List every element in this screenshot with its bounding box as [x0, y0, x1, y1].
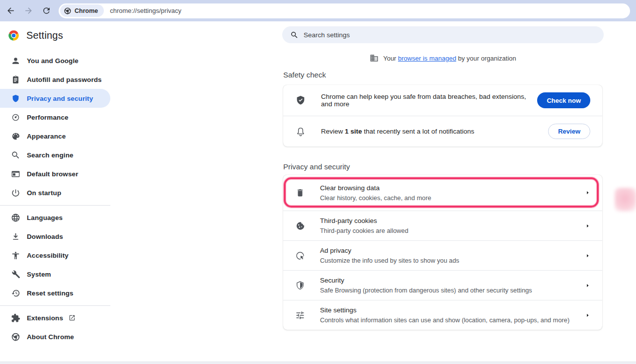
- sidebar-item-label: Languages: [27, 214, 63, 221]
- palette-icon: [11, 132, 20, 141]
- safety-check-text: Chrome can help keep you safe from data …: [321, 93, 537, 108]
- settings-row-subtitle: Clear history, cookies, cache, and more: [320, 194, 431, 202]
- wrench-icon: [11, 270, 20, 279]
- search-input[interactable]: [304, 31, 596, 39]
- chrome-chip[interactable]: Chrome: [60, 4, 104, 17]
- chevron-right-icon: [585, 189, 590, 196]
- sidebar-item-privacy-and-security[interactable]: Privacy and security: [0, 89, 110, 108]
- power-icon: [11, 188, 20, 198]
- globe-icon: [11, 213, 20, 222]
- settings-row-subtitle: Customize the info used by sites to show…: [320, 256, 459, 265]
- settings-row-clear-browsing-data[interactable]: Clear browsing dataClear history, cookie…: [283, 175, 602, 211]
- chevron-right-icon: [585, 252, 590, 259]
- sidebar-divider: [0, 205, 110, 206]
- browser-window-icon: [11, 169, 20, 179]
- settings-row-title: Site settings: [320, 306, 569, 315]
- privacy-heading: Privacy and security: [283, 162, 350, 171]
- sidebar-item-label: Appearance: [27, 133, 66, 140]
- privacy-card: Clear browsing dataClear history, cookie…: [283, 175, 602, 330]
- sidebar-divider: [0, 305, 110, 306]
- sidebar-item-downloads[interactable]: Downloads: [0, 227, 110, 246]
- settings-row-title: Third-party cookies: [320, 217, 408, 225]
- settings-row-title: Security: [320, 276, 532, 285]
- settings-row-third-party-cookies[interactable]: Third-party cookiesThird-party cookies a…: [283, 211, 602, 240]
- sidebar-item-label: You and Google: [27, 57, 79, 65]
- accessibility-icon: [11, 251, 20, 260]
- download-icon: [11, 232, 20, 241]
- organization-icon: [370, 54, 379, 63]
- sidebar-item-reset-settings[interactable]: Reset settings: [0, 284, 110, 302]
- ad-privacy-icon: [295, 251, 305, 261]
- autofill-icon: [11, 75, 20, 84]
- sidebar-menu: You and GoogleAutofill and passwordsPriv…: [0, 49, 110, 346]
- forward-icon: [24, 6, 33, 15]
- forward-button[interactable]: [21, 3, 36, 18]
- sidebar-item-default-browser[interactable]: Default browser: [0, 164, 110, 183]
- shield-check-icon: [295, 95, 306, 106]
- chrome-mono-icon: [11, 332, 20, 342]
- address-bar[interactable]: Chrome chrome://settings/privacy: [59, 3, 630, 18]
- search-icon: [11, 150, 20, 160]
- chip-label: Chrome: [75, 7, 98, 14]
- sidebar-item-system[interactable]: System: [0, 265, 110, 284]
- sidebar-item-label: About Chrome: [27, 333, 74, 341]
- chrome-mono-icon: [64, 7, 72, 15]
- settings-row-security[interactable]: SecuritySafe Browsing (protection from d…: [283, 270, 602, 300]
- managed-notice-text: Your browser is managed by your organiza…: [383, 55, 516, 62]
- sidebar-item-label: Accessibility: [27, 252, 69, 259]
- sidebar-item-extensions[interactable]: Extensions: [0, 308, 110, 327]
- settings-row-subtitle: Third-party cookies are allowed: [320, 226, 408, 235]
- sidebar-item-about-chrome[interactable]: About Chrome: [0, 327, 110, 346]
- safety-check-row: Chrome can help keep you safe from data …: [283, 85, 602, 116]
- reset-icon: [11, 289, 20, 298]
- sidebar-item-label: Privacy and security: [27, 95, 93, 102]
- settings-row-ad-privacy[interactable]: Ad privacyCustomize the info used by sit…: [283, 240, 602, 270]
- browser-is-managed-link[interactable]: browser is managed: [398, 55, 456, 62]
- settings-row-title: Ad privacy: [320, 246, 459, 255]
- sidebar-item-languages[interactable]: Languages: [0, 208, 110, 227]
- speedometer-icon: [11, 113, 20, 122]
- check-now-button[interactable]: Check now: [537, 92, 590, 108]
- search-icon: [290, 31, 299, 39]
- review-button[interactable]: Review: [548, 124, 590, 139]
- open-in-new-icon: [69, 314, 76, 321]
- sidebar-item-label: System: [27, 271, 51, 278]
- trash-icon: [295, 188, 305, 198]
- tune-icon: [295, 310, 305, 320]
- sidebar-item-on-startup[interactable]: On startup: [0, 183, 110, 202]
- url-text: chrome://settings/privacy: [110, 7, 181, 14]
- settings-row-subtitle: Safe Browsing (protection from dangerous…: [320, 286, 532, 294]
- chevron-right-icon: [585, 312, 590, 319]
- safety-check-card: Chrome can help keep you safe from data …: [283, 85, 602, 146]
- puzzle-icon: [11, 313, 20, 323]
- settings-row-text: Ad privacyCustomize the info used by sit…: [320, 246, 474, 265]
- sidebar-item-label: Performance: [27, 114, 69, 121]
- sidebar-item-appearance[interactable]: Appearance: [0, 127, 110, 146]
- sidebar-item-you-and-google[interactable]: You and Google: [0, 51, 110, 70]
- sidebar-item-label: Reset settings: [27, 290, 74, 297]
- person-icon: [11, 56, 20, 66]
- settings-row-text: Clear browsing dataClear history, cookie…: [320, 184, 446, 202]
- sidebar-item-performance[interactable]: Performance: [0, 108, 110, 127]
- sidebar-header: Settings: [0, 21, 110, 49]
- settings-row-site-settings[interactable]: Site settingsControls what information s…: [283, 300, 602, 330]
- settings-row-subtitle: Controls what information sites can use …: [320, 316, 569, 324]
- sidebar-item-label: Default browser: [27, 170, 79, 178]
- sidebar-item-autofill-and-passwords[interactable]: Autofill and passwords: [0, 70, 110, 89]
- settings-content: Your browser is managed by your organiza…: [282, 21, 603, 364]
- chrome-logo-icon: [7, 29, 20, 42]
- sidebar-item-label: Search engine: [27, 151, 74, 159]
- sidebar-item-label: Autofill and passwords: [27, 76, 102, 83]
- safety-check-row: Review 1 site that recently sent a lot o…: [283, 116, 602, 146]
- back-icon: [6, 6, 15, 15]
- search-settings-field[interactable]: [282, 26, 604, 43]
- safety-check-heading: Safety check: [283, 71, 326, 79]
- sidebar-item-search-engine[interactable]: Search engine: [0, 146, 110, 164]
- settings-row-text: Site settingsControls what information s…: [320, 306, 584, 324]
- bell-icon: [295, 126, 306, 137]
- sidebar-item-accessibility[interactable]: Accessibility: [0, 246, 110, 265]
- safety-check-text: Review 1 site that recently sent a lot o…: [321, 128, 548, 135]
- reload-button[interactable]: [39, 3, 54, 18]
- back-button[interactable]: [3, 3, 18, 18]
- settings-sidebar: Settings You and GoogleAutofill and pass…: [0, 21, 110, 346]
